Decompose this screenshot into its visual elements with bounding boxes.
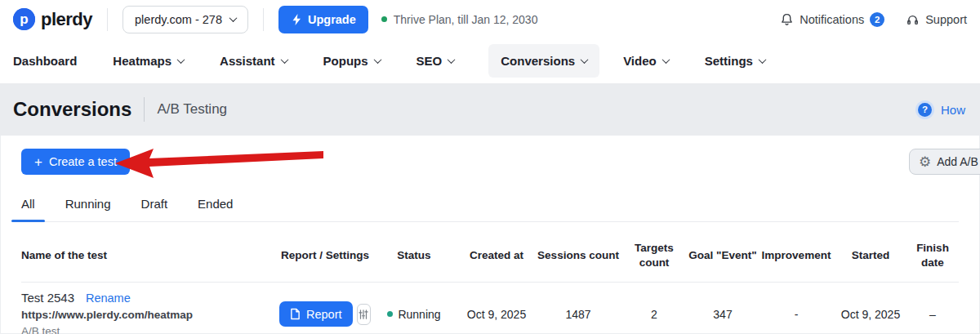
targets-count-cell: 2 bbox=[621, 308, 688, 321]
status-label: Running bbox=[398, 308, 440, 321]
content-area: + Create a test ⚙ Add A/B c All Running … bbox=[0, 149, 980, 334]
created-at-cell: Oct 9, 2025 bbox=[457, 308, 536, 321]
col-created-at: Created at bbox=[457, 248, 536, 263]
nav-label: Popups bbox=[323, 54, 368, 68]
finish-date-cell: – bbox=[906, 308, 959, 321]
report-settings-cell: Report bbox=[279, 301, 371, 327]
create-test-button[interactable]: + Create a test bbox=[21, 149, 130, 175]
page-title: Conversions bbox=[13, 98, 131, 121]
brand-name: plerdy bbox=[41, 9, 92, 30]
col-status: Status bbox=[371, 248, 457, 263]
chevron-down-icon bbox=[581, 56, 589, 64]
tab-all[interactable]: All bbox=[21, 197, 35, 221]
filter-tabs: All Running Draft Ended bbox=[21, 197, 959, 222]
bell-icon bbox=[780, 12, 794, 27]
table-header: Name of the test Report / Settings Statu… bbox=[21, 241, 959, 282]
nav-item-assistant[interactable]: Assistant bbox=[220, 44, 287, 78]
test-url: https://www.plerdy.com/heatmap bbox=[21, 308, 279, 323]
chevron-down-icon bbox=[229, 14, 238, 22]
col-goal-event: Goal "Event" bbox=[688, 248, 758, 263]
tab-draft[interactable]: Draft bbox=[141, 197, 168, 221]
add-ab-code-button[interactable]: ⚙ Add A/B c bbox=[909, 149, 980, 175]
report-button[interactable]: Report bbox=[279, 301, 353, 327]
support-button[interactable]: Support bbox=[906, 12, 967, 27]
how-it-works-link[interactable]: ? How bbox=[918, 103, 967, 117]
col-report-settings: Report / Settings bbox=[279, 248, 371, 263]
chevron-down-icon bbox=[662, 56, 670, 64]
nav-item-popups[interactable]: Popups bbox=[323, 44, 381, 78]
chevron-down-icon bbox=[448, 56, 456, 64]
plan-status-text: Thrive Plan, till Jan 12, 2030 bbox=[394, 13, 538, 26]
topbar-right: Notifications 2 Support bbox=[780, 12, 967, 27]
nav-item-settings[interactable]: Settings bbox=[705, 44, 765, 78]
test-name-cell: Test 2543 Rename https://www.plerdy.com/… bbox=[21, 290, 279, 334]
nav-item-video[interactable]: Video bbox=[623, 44, 669, 78]
add-ab-code-label: Add A/B c bbox=[937, 155, 980, 168]
nav-label: SEO bbox=[416, 54, 443, 68]
how-link-label: How bbox=[941, 103, 965, 117]
nav-item-seo[interactable]: SEO bbox=[416, 44, 455, 78]
divider bbox=[144, 97, 145, 122]
page-header: Conversions A/B Testing ? How bbox=[0, 83, 980, 136]
plan-status-dot-icon bbox=[381, 16, 387, 22]
chevron-down-icon bbox=[280, 56, 288, 64]
plan-status: Thrive Plan, till Jan 12, 2030 bbox=[381, 13, 538, 26]
project-selector-value: plerdy.com - 278 bbox=[135, 13, 222, 26]
headset-icon bbox=[906, 12, 920, 27]
page-subtitle: A/B Testing bbox=[157, 101, 227, 118]
project-selector-dropdown[interactable]: plerdy.com - 278 bbox=[122, 6, 248, 33]
improvement-cell: - bbox=[758, 308, 835, 321]
tab-ended[interactable]: Ended bbox=[198, 197, 233, 221]
main-nav: Dashboard Heatmaps Assistant Popups SEO … bbox=[0, 38, 980, 83]
notifications-button[interactable]: Notifications 2 bbox=[780, 12, 884, 27]
gear-icon: ⚙ bbox=[919, 155, 931, 169]
nav-label: Conversions bbox=[501, 54, 575, 68]
tab-running[interactable]: Running bbox=[65, 197, 111, 221]
running-status-dot-icon bbox=[387, 311, 393, 317]
nav-label: Assistant bbox=[220, 54, 275, 68]
toolbar-row: + Create a test ⚙ Add A/B c bbox=[21, 149, 959, 175]
sliders-icon bbox=[358, 309, 369, 320]
sessions-count-cell: 1487 bbox=[536, 308, 621, 321]
create-test-label: Create a test bbox=[49, 155, 117, 168]
red-arrow-annotation-icon bbox=[113, 145, 327, 180]
support-label: Support bbox=[925, 13, 967, 26]
started-cell: Oct 9, 2025 bbox=[835, 308, 906, 321]
test-settings-button[interactable] bbox=[357, 304, 371, 325]
col-sessions-count: Sessions count bbox=[536, 248, 621, 263]
col-improvement: Improvement bbox=[758, 248, 835, 263]
status-cell: Running bbox=[371, 308, 457, 321]
topbar: p plerdy plerdy.com - 278 Upgrade Thrive… bbox=[0, 0, 980, 38]
plerdy-logo[interactable]: p plerdy bbox=[13, 8, 92, 30]
chevron-down-icon bbox=[373, 56, 381, 64]
divider bbox=[263, 8, 264, 31]
col-finish-date: Finish date bbox=[906, 241, 959, 269]
test-name: Test 2543 bbox=[21, 291, 74, 305]
table-row: Test 2543 Rename https://www.plerdy.com/… bbox=[21, 282, 959, 334]
upgrade-button[interactable]: Upgrade bbox=[278, 6, 368, 33]
notifications-badge: 2 bbox=[870, 12, 884, 27]
nav-item-dashboard[interactable]: Dashboard bbox=[13, 44, 77, 78]
test-type: A/B test bbox=[21, 324, 279, 334]
plerdy-logo-icon: p bbox=[13, 8, 35, 30]
app-window: p plerdy plerdy.com - 278 Upgrade Thrive… bbox=[0, 0, 980, 334]
help-icon: ? bbox=[918, 103, 932, 117]
chevron-down-icon bbox=[177, 56, 185, 64]
rename-link[interactable]: Rename bbox=[86, 292, 131, 305]
divider bbox=[107, 8, 108, 31]
nav-label: Heatmaps bbox=[113, 54, 172, 68]
nav-label: Video bbox=[623, 54, 657, 68]
nav-item-heatmaps[interactable]: Heatmaps bbox=[113, 44, 184, 78]
lightning-icon bbox=[291, 13, 302, 26]
notifications-label: Notifications bbox=[800, 13, 864, 26]
chevron-down-icon bbox=[758, 56, 766, 64]
document-icon bbox=[290, 308, 301, 320]
nav-item-conversions[interactable]: Conversions bbox=[488, 44, 599, 78]
col-name: Name of the test bbox=[21, 248, 279, 263]
col-started: Started bbox=[835, 248, 906, 263]
plus-icon: + bbox=[34, 155, 42, 169]
report-label: Report bbox=[306, 308, 342, 321]
col-targets-count: Targets count bbox=[621, 241, 688, 269]
upgrade-label: Upgrade bbox=[308, 13, 356, 26]
nav-label: Dashboard bbox=[13, 54, 77, 68]
